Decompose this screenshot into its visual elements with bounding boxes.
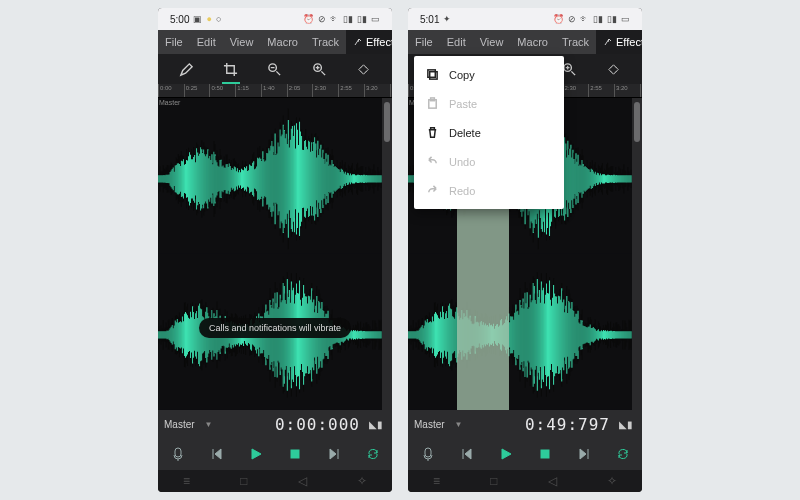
android-nav: ≡ □ ◁ ✧ bbox=[408, 470, 642, 492]
dnd-icon: ⊘ bbox=[318, 14, 326, 24]
ctx-undo[interactable]: Undo bbox=[414, 147, 564, 176]
menu-edit[interactable]: Edit bbox=[440, 30, 473, 54]
waveform-right-channel[interactable] bbox=[408, 260, 632, 410]
menu-bar: File Edit View Macro Track Effects bbox=[408, 30, 642, 54]
transport-bar bbox=[158, 438, 392, 470]
screenshot-left: 5:00 ▣ ● ○ ⏰ ⊘ ᯤ ▯▮ ▯▮ ▭ File Edit View … bbox=[158, 8, 392, 492]
signal-icon: ▯▮ bbox=[343, 14, 353, 24]
nav-accessibility-icon[interactable]: ✧ bbox=[607, 474, 617, 488]
battery-icon: ▭ bbox=[621, 14, 630, 24]
signal-icon: ▯▮ bbox=[607, 14, 617, 24]
menu-bar: File Edit View Macro Track Effects bbox=[158, 30, 392, 54]
waveform-icon[interactable]: ◣▮ bbox=[366, 419, 386, 430]
android-nav: ≡ □ ◁ ✧ bbox=[158, 470, 392, 492]
skip-back-button[interactable] bbox=[203, 440, 231, 468]
nav-home-icon[interactable]: □ bbox=[490, 474, 497, 488]
svg-rect-1769 bbox=[541, 450, 549, 458]
wand-icon: ✦ bbox=[443, 14, 451, 24]
pencil-tool[interactable] bbox=[173, 56, 199, 82]
status-bar: 5:00 ▣ ● ○ ⏰ ⊘ ᯤ ▯▮ ▯▮ ▭ bbox=[158, 8, 392, 30]
menu-effects[interactable]: Effects bbox=[346, 30, 392, 54]
menu-macro[interactable]: Macro bbox=[260, 30, 305, 54]
menu-edit[interactable]: Edit bbox=[190, 30, 223, 54]
skip-forward-button[interactable] bbox=[320, 440, 348, 468]
status-time: 5:00 bbox=[170, 14, 189, 25]
stop-button[interactable] bbox=[281, 440, 309, 468]
stop-button[interactable] bbox=[531, 440, 559, 468]
edit-context-menu: Copy Paste Delete Undo Redo bbox=[414, 56, 564, 209]
camera-icon: ▣ bbox=[193, 14, 202, 24]
ctx-delete[interactable]: Delete bbox=[414, 118, 564, 147]
more-tool[interactable] bbox=[601, 56, 627, 82]
zoom-out-tool[interactable] bbox=[262, 56, 288, 82]
ctx-redo[interactable]: Redo bbox=[414, 176, 564, 205]
menu-track[interactable]: Track bbox=[555, 30, 596, 54]
ctx-copy[interactable]: Copy bbox=[414, 60, 564, 89]
menu-view[interactable]: View bbox=[223, 30, 261, 54]
nav-accessibility-icon[interactable]: ✧ bbox=[357, 474, 367, 488]
alarm-icon: ⏰ bbox=[303, 14, 314, 24]
vertical-scrollbar[interactable] bbox=[382, 98, 392, 410]
battery-icon: ▭ bbox=[371, 14, 380, 24]
record-button[interactable] bbox=[164, 440, 192, 468]
wifi-icon: ᯤ bbox=[580, 14, 589, 24]
nav-back-icon[interactable]: ◁ bbox=[548, 474, 557, 488]
skip-back-button[interactable] bbox=[453, 440, 481, 468]
nav-menu-icon[interactable]: ≡ bbox=[183, 474, 190, 488]
waveform-left-channel[interactable] bbox=[158, 104, 382, 254]
dropdown-icon[interactable]: ▼ bbox=[205, 420, 213, 429]
dropdown-icon[interactable]: ▼ bbox=[455, 420, 463, 429]
menu-file[interactable]: File bbox=[408, 30, 440, 54]
dnd-icon: ⊘ bbox=[568, 14, 576, 24]
menu-file[interactable]: File bbox=[158, 30, 190, 54]
alarm-icon: ⏰ bbox=[553, 14, 564, 24]
play-button[interactable] bbox=[492, 440, 520, 468]
svg-rect-884 bbox=[291, 450, 299, 458]
nav-home-icon[interactable]: □ bbox=[240, 474, 247, 488]
crop-tool[interactable] bbox=[218, 56, 244, 82]
transport-bar bbox=[408, 438, 642, 470]
nav-back-icon[interactable]: ◁ bbox=[298, 474, 307, 488]
zoom-in-tool[interactable] bbox=[306, 56, 332, 82]
time-ruler[interactable]: 0:00 0:25 0:50 1:15 1:40 2:05 2:30 2:55 … bbox=[158, 84, 392, 98]
waveform-icon[interactable]: ◣▮ bbox=[616, 419, 636, 430]
timecode-display: 0:00:000 bbox=[275, 415, 360, 434]
wifi-icon: ᯤ bbox=[330, 14, 339, 24]
timecode-display: 0:49:797 bbox=[525, 415, 610, 434]
more-tool[interactable] bbox=[351, 56, 377, 82]
menu-track[interactable]: Track bbox=[305, 30, 346, 54]
loop-button[interactable] bbox=[609, 440, 637, 468]
dot-icon: ○ bbox=[216, 14, 221, 24]
menu-effects[interactable]: Effects bbox=[596, 30, 642, 54]
footer-track-select[interactable]: Master bbox=[414, 419, 445, 430]
signal-icon: ▯▮ bbox=[357, 14, 367, 24]
track-area[interactable]: Master Calls and notifications will vibr… bbox=[158, 98, 392, 410]
skip-forward-button[interactable] bbox=[570, 440, 598, 468]
loop-button[interactable] bbox=[359, 440, 387, 468]
record-button[interactable] bbox=[414, 440, 442, 468]
footer-info: Master ▼ 0:49:797 ◣▮ bbox=[408, 410, 642, 438]
footer-info: Master ▼ 0:00:000 ◣▮ bbox=[158, 410, 392, 438]
status-time: 5:01 bbox=[420, 14, 439, 25]
edit-toolbar bbox=[158, 54, 392, 84]
status-bar: 5:01 ✦ ⏰ ⊘ ᯤ ▯▮ ▯▮ ▭ bbox=[408, 8, 642, 30]
screenshot-right: 5:01 ✦ ⏰ ⊘ ᯤ ▯▮ ▯▮ ▭ File Edit View Macr… bbox=[408, 8, 642, 492]
signal-icon: ▯▮ bbox=[593, 14, 603, 24]
menu-macro[interactable]: Macro bbox=[510, 30, 555, 54]
vertical-scrollbar[interactable] bbox=[632, 98, 642, 410]
footer-track-select[interactable]: Master bbox=[164, 419, 195, 430]
dot-icon: ● bbox=[206, 14, 211, 24]
ctx-paste[interactable]: Paste bbox=[414, 89, 564, 118]
menu-view[interactable]: View bbox=[473, 30, 511, 54]
track-label: Master bbox=[159, 99, 180, 106]
play-button[interactable] bbox=[242, 440, 270, 468]
nav-menu-icon[interactable]: ≡ bbox=[433, 474, 440, 488]
vibrate-toast: Calls and notifications will vibrate bbox=[199, 318, 351, 338]
